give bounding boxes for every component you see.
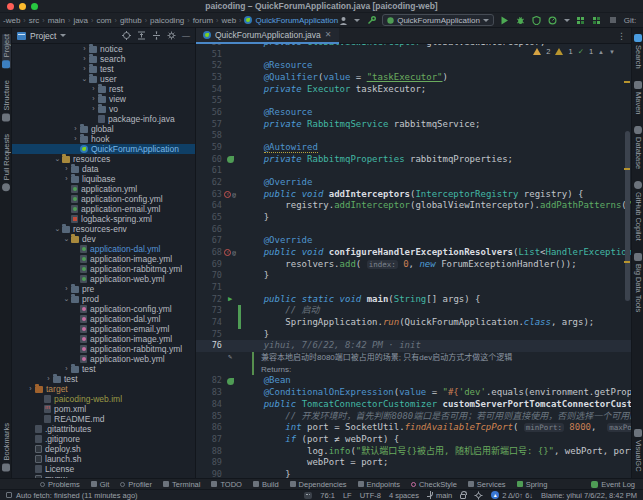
- tree-item-application-email-yml[interactable]: application-email.yml: [12, 204, 195, 214]
- chevron-right-icon[interactable]: ›: [62, 364, 71, 374]
- sync-status-widget[interactable]: ▲ 2 Δ/0↑ 6↓: [491, 491, 533, 500]
- tree-item--gitattributes[interactable]: .gitattributes: [12, 424, 195, 434]
- debug-button[interactable]: [516, 15, 526, 25]
- file-encoding[interactable]: UTF-8: [360, 491, 381, 500]
- tree-item-application-web-yml[interactable]: application-web.yml: [12, 274, 195, 284]
- rendered-doc-line[interactable]: Returns:: [196, 364, 631, 376]
- edit-doc-gutter-icon[interactable]: ✎: [228, 352, 232, 364]
- chevron-right-icon[interactable]: ›: [44, 374, 53, 384]
- tool-window-maven[interactable]: Maven: [634, 81, 643, 115]
- breadcrumb-item[interactable]: -web: [3, 16, 20, 25]
- run-button[interactable]: [500, 15, 510, 25]
- tree-item-package-info-java[interactable]: package-info.java: [12, 114, 195, 124]
- build-wrench-icon[interactable]: [366, 15, 376, 25]
- tool-window-switcher-icon[interactable]: [6, 492, 12, 498]
- tree-item-logback-spring-xml[interactable]: logback-spring.xml: [12, 214, 195, 224]
- collapse-all-icon[interactable]: [152, 31, 161, 40]
- locate-file-icon[interactable]: [122, 31, 131, 40]
- chevron-right-icon[interactable]: ›: [80, 64, 89, 74]
- code-line[interactable]: 84 public TomcatConnectorCustomizer cust…: [196, 399, 631, 411]
- profiler-button[interactable]: [548, 15, 558, 25]
- chevron-right-icon[interactable]: ›: [89, 94, 98, 104]
- code-line[interactable]: 64 registry.addInterceptor(globalViewInt…: [196, 200, 631, 212]
- code-line[interactable]: 70 }: [196, 270, 631, 282]
- tree-item-vo[interactable]: ›vo: [12, 104, 195, 114]
- chevron-down-icon[interactable]: ⌄: [53, 224, 62, 234]
- code-line[interactable]: 85 // 开发环境时，首先判断8080端口是否可用；若可用则直接使用，否则选择…: [196, 411, 631, 423]
- override-gutter-icon[interactable]: ↑@: [224, 189, 236, 201]
- code-line[interactable]: 67 @Override: [196, 235, 631, 247]
- code-line[interactable]: 63↑@ public void addInterceptors(Interce…: [196, 189, 631, 201]
- code-line[interactable]: 86 int port = SocketUtil.findAvailableTc…: [196, 422, 631, 434]
- tree-item-application-email-yml[interactable]: application-email.yml: [12, 324, 195, 334]
- tree-item-paicoding-web-iml[interactable]: paicoding-web.iml: [12, 394, 195, 404]
- chevron-right-icon[interactable]: ›: [71, 124, 80, 134]
- code-line[interactable]: 62 @Override: [196, 177, 631, 189]
- tree-item-application-image-yml[interactable]: application-image.yml: [12, 334, 195, 344]
- chevron-down-icon[interactable]: ⌄: [62, 234, 71, 244]
- tree-item-application-rabbitmq-yml[interactable]: application-rabbitmq.yml: [12, 264, 195, 274]
- code-line[interactable]: 57 private RabbitmqService rabbitmqServi…: [196, 119, 631, 131]
- tool-window-services[interactable]: Services: [468, 480, 506, 489]
- chevron-down-icon[interactable]: ⌄: [80, 74, 89, 84]
- chevron-right-icon[interactable]: ›: [62, 164, 71, 174]
- attach-agent-icon[interactable]: [576, 15, 586, 25]
- settings-gear-icon[interactable]: [167, 31, 176, 40]
- tree-item-global[interactable]: ›global: [12, 124, 195, 134]
- warning-stripe-mark[interactable]: [624, 261, 630, 263]
- tool-window-pull-requests[interactable]: Pull Requests: [2, 134, 11, 191]
- tool-window-dependencies[interactable]: Dependencies: [290, 480, 347, 489]
- code-line[interactable]: 69 resolvers.add( index: 0, new ForumExc…: [196, 259, 631, 271]
- code-line[interactable]: 55: [196, 95, 631, 107]
- run-main-gutter-icon[interactable]: ▶: [228, 294, 232, 306]
- git-branch-widget[interactable]: main: [427, 491, 452, 500]
- tool-window-spring[interactable]: Spring: [517, 480, 548, 489]
- spring-bean-gutter-icon[interactable]: [227, 378, 234, 385]
- code-line[interactable]: 53 @Qualifier(value = "taskExecutor"): [196, 72, 631, 84]
- code-line[interactable]: 52 @Resource: [196, 60, 631, 72]
- warning-stripe-mark[interactable]: [624, 81, 630, 83]
- chevron-right-icon[interactable]: ›: [80, 54, 89, 64]
- tree-item-pom-xml[interactable]: pom.xml: [12, 404, 195, 414]
- tab-options-icon[interactable]: ⋮: [617, 31, 626, 41]
- tool-window-structure[interactable]: Structure: [2, 80, 11, 121]
- breadcrumb-item[interactable]: java: [73, 16, 88, 25]
- code-line[interactable]: 72▶ public static void main(String[] arg…: [196, 294, 631, 306]
- caret-position[interactable]: 76:1: [320, 491, 335, 500]
- lock-icon[interactable]: [460, 494, 466, 499]
- run-options-caret[interactable]: [564, 19, 570, 22]
- tree-item-dev[interactable]: ⌄dev: [12, 234, 195, 244]
- prev-problem-icon[interactable]: ▲: [598, 49, 604, 55]
- chevron-right-icon[interactable]: ›: [62, 284, 71, 294]
- run-configuration-select[interactable]: QuickForumApplication: [382, 14, 494, 26]
- tree-item-search[interactable]: ›search: [12, 54, 195, 64]
- tab-quickforumapplication[interactable]: QuickForumApplication.java ✕: [196, 28, 339, 44]
- tool-window-terminal[interactable]: Terminal: [163, 480, 200, 489]
- tree-item-test[interactable]: ›test: [12, 64, 195, 74]
- code-line[interactable]: 56 @Resource: [196, 107, 631, 119]
- code-line[interactable]: 83 @ConditionalOnExpression(value = "#{'…: [196, 387, 631, 399]
- tree-item-quickforumapplication[interactable]: QuickForumApplication: [12, 144, 195, 154]
- code-line[interactable]: 61: [196, 165, 631, 177]
- hide-panel-icon[interactable]: —: [182, 31, 190, 40]
- chevron-right-icon[interactable]: ›: [89, 104, 98, 114]
- tree-item-deploy-sh[interactable]: deploy.sh: [12, 444, 195, 454]
- code-line[interactable]: 68↑@ public void configureHandlerExcepti…: [196, 247, 631, 259]
- breadcrumb-item[interactable]: paicoding: [150, 16, 184, 25]
- scrollbar-thumb[interactable]: [625, 131, 630, 301]
- tree-item-application-yml[interactable]: application.yml: [12, 184, 195, 194]
- tool-window-todo[interactable]: TODO: [211, 480, 242, 489]
- blame-info[interactable]: Blame: yihui 7/6/22, 8:42 PM: [541, 491, 637, 500]
- rendered-doc-line[interactable]: ✎兼容本地启动时8080端口被占用的场景; 只有dev启动方式才做这个逻辑: [196, 352, 631, 364]
- tree-item-application-config-yml[interactable]: application-config.yml: [12, 304, 195, 314]
- tool-window-event-log[interactable]: Event Log: [591, 480, 635, 489]
- tool-window-github-copilot[interactable]: GitHub Copilot: [634, 181, 643, 241]
- code-line[interactable]: 82 @Bean: [196, 375, 631, 387]
- tool-window-endpoints[interactable]: Endpoints: [358, 480, 400, 489]
- tree-item-application-config-yml[interactable]: application-config.yml: [12, 194, 195, 204]
- code-line[interactable]: 66: [196, 224, 631, 236]
- memory-indicator-icon[interactable]: [304, 492, 312, 499]
- code-line[interactable]: 54 private Executor taskExecutor;: [196, 84, 631, 96]
- coverage-button[interactable]: [532, 15, 542, 25]
- code-line[interactable]: 74 SpringApplication.run(QuickForumAppli…: [196, 317, 631, 329]
